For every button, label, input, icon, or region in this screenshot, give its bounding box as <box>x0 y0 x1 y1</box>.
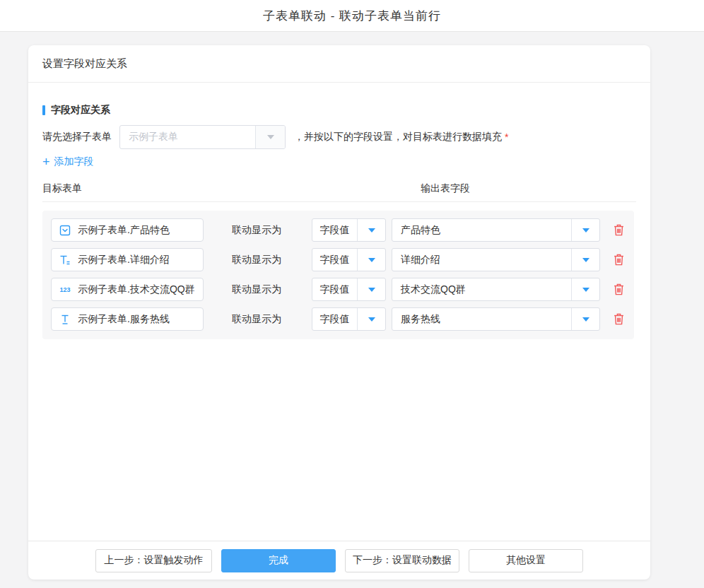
trash-icon <box>613 312 625 326</box>
relation-label: 联动显示为 <box>232 313 281 326</box>
field-mapping-row: 示例子表单.服务热线 联动显示为 字段值 服务热线 <box>51 307 626 331</box>
subform-hint-text: ，并按以下的字段设置，对目标表进行数据填充 <box>294 131 502 143</box>
text-field-icon <box>59 313 71 326</box>
card-title: 设置字段对应关系 <box>42 57 127 71</box>
chevron-down-icon <box>357 219 385 241</box>
output-field-value: 服务热线 <box>392 308 571 330</box>
target-field-box[interactable]: 示例子表单.详细介绍 <box>51 248 204 271</box>
chevron-down-icon <box>357 308 385 330</box>
value-type-value: 字段值 <box>312 249 357 271</box>
target-field-box[interactable]: 示例子表单.服务热线 <box>51 307 204 331</box>
card-footer: 上一步：设置触发动作 完成 下一步：设置联动数据 其他设置 <box>28 541 650 580</box>
add-field-button[interactable]: + 添加字段 <box>42 155 120 168</box>
subform-select[interactable]: 示例子表单 <box>119 125 286 149</box>
finish-button[interactable]: 完成 <box>221 549 336 572</box>
output-field-select[interactable]: 产品特色 <box>392 218 600 242</box>
value-type-select[interactable]: 字段值 <box>312 278 386 301</box>
chevron-down-icon <box>357 249 385 271</box>
target-field-box[interactable]: 示例子表单.产品特色 <box>51 218 204 242</box>
delete-row-button[interactable] <box>611 312 626 327</box>
target-field-name: 示例子表单.产品特色 <box>78 224 170 237</box>
chevron-down-icon <box>255 126 285 148</box>
trash-icon <box>613 283 625 296</box>
other-settings-button[interactable]: 其他设置 <box>469 549 583 572</box>
value-type-value: 字段值 <box>312 219 357 241</box>
output-field-value: 产品特色 <box>392 219 571 241</box>
output-field-select[interactable]: 详细介绍 <box>392 248 600 271</box>
value-type-select[interactable]: 字段值 <box>312 218 386 242</box>
trash-icon <box>613 253 625 266</box>
column-header-target: 目标表单 <box>42 182 82 194</box>
column-header-output: 输出表字段 <box>421 182 470 195</box>
card-header: 设置字段对应关系 <box>28 45 650 83</box>
relation-label: 联动显示为 <box>232 283 281 296</box>
page-title: 子表单联动 - 联动子表单当前行 <box>263 8 441 24</box>
settings-card: 设置字段对应关系 字段对应关系 请先选择子表单 示例子表单 ，并按以下的字段设置… <box>28 45 650 580</box>
subform-select-label: 请先选择子表单 <box>42 131 112 143</box>
value-type-select[interactable]: 字段值 <box>312 307 386 331</box>
section-title: 字段对应关系 <box>42 104 636 117</box>
subform-selector-line: 请先选择子表单 示例子表单 ，并按以下的字段设置，对目标表进行数据填充 * <box>42 125 636 149</box>
card-body: 字段对应关系 请先选择子表单 示例子表单 ，并按以下的字段设置，对目标表进行数据… <box>28 83 650 541</box>
delete-row-button[interactable] <box>611 282 626 298</box>
relation-label: 联动显示为 <box>232 224 281 237</box>
chevron-down-icon <box>571 219 599 241</box>
chevron-down-icon <box>357 278 385 300</box>
field-mapping-row: 123 示例子表单.技术交流QQ群 联动显示为 字段值 技术交流QQ群 <box>51 278 626 301</box>
output-field-select[interactable]: 技术交流QQ群 <box>392 278 600 301</box>
output-field-value: 技术交流QQ群 <box>392 278 571 300</box>
chevron-down-icon <box>571 249 599 271</box>
field-mapping-list: 示例子表单.产品特色 联动显示为 字段值 产品特色 <box>42 211 634 339</box>
column-headers: 目标表单 输出表字段 <box>42 182 636 195</box>
textarea-field-icon <box>59 254 71 266</box>
chevron-down-icon <box>571 308 599 330</box>
chevron-down-icon <box>571 278 599 300</box>
value-type-value: 字段值 <box>312 278 357 300</box>
target-field-name: 示例子表单.服务热线 <box>78 313 170 326</box>
trash-icon <box>613 223 625 237</box>
field-mapping-row: 示例子表单.详细介绍 联动显示为 字段值 详细介绍 <box>51 248 626 271</box>
number-field-icon: 123 <box>59 283 71 296</box>
section-title-accent-bar <box>42 105 45 115</box>
output-field-select[interactable]: 服务热线 <box>392 307 600 331</box>
target-field-name: 示例子表单.技术交流QQ群 <box>78 283 195 296</box>
delete-row-button[interactable] <box>611 223 626 238</box>
field-mapping-row: 示例子表单.产品特色 联动显示为 字段值 产品特色 <box>51 218 626 242</box>
delete-row-button[interactable] <box>611 252 626 268</box>
target-field-box[interactable]: 123 示例子表单.技术交流QQ群 <box>51 278 204 301</box>
required-asterisk: * <box>505 131 508 143</box>
select-field-icon <box>59 224 71 237</box>
relation-label: 联动显示为 <box>232 254 281 266</box>
plus-icon: + <box>42 157 50 167</box>
value-type-select[interactable]: 字段值 <box>312 248 386 271</box>
target-field-name: 示例子表单.详细介绍 <box>78 254 170 266</box>
divider <box>42 201 636 202</box>
output-field-value: 详细介绍 <box>392 249 571 271</box>
prev-step-button[interactable]: 上一步：设置触发动作 <box>95 549 212 572</box>
add-field-label: 添加字段 <box>54 155 94 168</box>
section-title-text: 字段对应关系 <box>51 104 110 117</box>
page-header: 子表单联动 - 联动子表单当前行 <box>0 0 704 32</box>
value-type-value: 字段值 <box>312 308 357 330</box>
next-step-button[interactable]: 下一步：设置联动数据 <box>345 549 459 572</box>
subform-select-value: 示例子表单 <box>120 126 255 148</box>
